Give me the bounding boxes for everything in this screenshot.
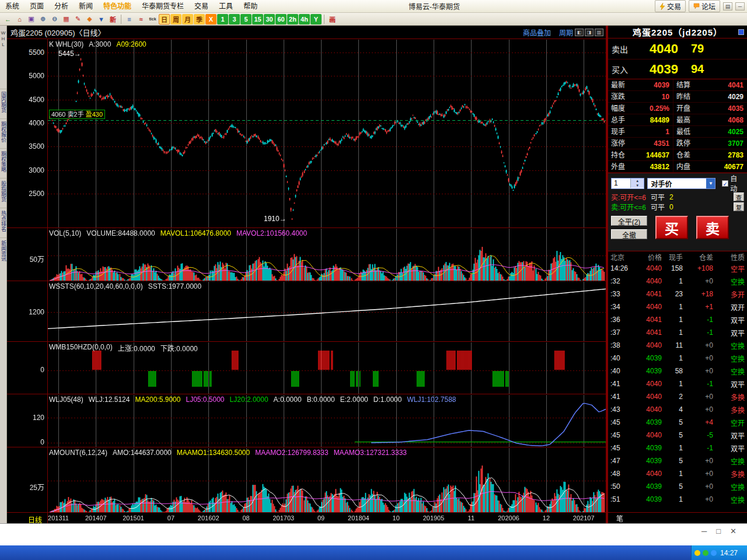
- tick-row[interactable]: :4540405-5双平: [608, 429, 747, 442]
- ask-row[interactable]: 卖出 4040 79: [608, 38, 747, 60]
- cancel-all-button[interactable]: 全撤: [611, 229, 647, 239]
- toolbar-period-30m-button[interactable]: 30: [264, 14, 275, 24]
- x-axis: 日线 2013112014072015010720160208201703092…: [7, 512, 606, 523]
- tick-row[interactable]: :33404123+18多开: [608, 288, 747, 300]
- stepper-arrows-icon[interactable]: ▲▼: [628, 178, 644, 188]
- sidebar-tab-国内期货[interactable]: 国内期货: [0, 89, 6, 113]
- pane-left-icon[interactable]: ◧: [575, 29, 584, 36]
- toolbar-period-1m-button[interactable]: 1: [217, 14, 228, 24]
- tray-warning-icon[interactable]: [694, 550, 700, 556]
- x-axis-label: 201311: [48, 514, 69, 522]
- tick-cell: 空换: [715, 354, 747, 363]
- toolbar-period-2h-button[interactable]: 2h: [287, 14, 298, 24]
- buy-button[interactable]: 买: [655, 216, 688, 239]
- toolbar-period-4h-button[interactable]: 4h: [299, 14, 310, 24]
- menu-item-特色功能[interactable]: 特色功能: [98, 0, 137, 13]
- toolbar-tick-icon[interactable]: tick: [147, 14, 158, 24]
- auto-checkbox[interactable]: ✓ 自动: [722, 173, 744, 193]
- tick-row[interactable]: :4540391-1双平: [608, 442, 747, 454]
- sidebar-tab-热点排名[interactable]: 热点排名: [0, 208, 6, 232]
- toolbar-period-60m-button[interactable]: 60: [275, 14, 287, 24]
- wssts-canvas[interactable]: [48, 282, 606, 342]
- toolbar-paint-icon[interactable]: 画: [327, 14, 338, 24]
- overlay-link[interactable]: 商品叠加: [523, 27, 551, 37]
- toolbar-period-5m-button[interactable]: 5: [240, 14, 252, 24]
- toolbar-new-icon[interactable]: 新: [107, 14, 118, 24]
- toolbar-funnel-icon[interactable]: ▼: [96, 14, 107, 24]
- tick-row[interactable]: 14:264040158+108空平: [608, 262, 747, 275]
- close-all-button[interactable]: 全平(2): [611, 216, 647, 226]
- toolbar-layout-icon[interactable]: ▦: [61, 14, 72, 24]
- tick-row[interactable]: :4840401+0多换: [608, 467, 747, 480]
- pane-grid-icon[interactable]: ▥: [595, 29, 603, 36]
- menu-item-分析[interactable]: 分析: [49, 0, 74, 13]
- sidebar-tab-股指期货[interactable]: 股指期货: [0, 178, 6, 202]
- menu-item-交易[interactable]: 交易: [189, 0, 214, 13]
- taskbar[interactable]: 14:27: [0, 545, 747, 560]
- toolbar-grid-icon[interactable]: ▣: [26, 14, 37, 24]
- tick-row[interactable]: :38404011+0空换: [608, 339, 747, 352]
- tick-row[interactable]: :5040395+0空换: [608, 480, 747, 493]
- tick-tab-bi[interactable]: 笔: [616, 513, 623, 523]
- tick-row[interactable]: :3740411-1双平: [608, 326, 747, 339]
- tick-row[interactable]: :4540395+4空开: [608, 416, 747, 429]
- menu-item-新闻[interactable]: 新闻: [74, 0, 98, 13]
- menu-item-华泰期货专栏[interactable]: 华泰期货专栏: [137, 0, 189, 13]
- tick-row[interactable]: :5140391+0空换: [608, 493, 747, 506]
- tick-cell: 4040: [635, 303, 664, 311]
- toolbar-list-icon[interactable]: ≡: [124, 14, 135, 24]
- toolbar-zoom-in-icon[interactable]: ⊕: [37, 14, 48, 24]
- tick-row[interactable]: :3440401+1双开: [608, 300, 747, 313]
- amount-canvas[interactable]: [48, 448, 606, 513]
- toolbar-period-15m-button[interactable]: 15: [252, 14, 263, 24]
- dock-close-icon[interactable]: ✕: [730, 527, 736, 536]
- toolbar-period-year-button[interactable]: Y: [310, 14, 322, 24]
- toolbar-brush-icon[interactable]: ◆: [84, 14, 95, 24]
- query-button[interactable]: 查: [734, 192, 744, 201]
- pane-right-icon[interactable]: ◨: [585, 29, 594, 36]
- sidebar-tab-期权报价[interactable]: 期权报价: [0, 118, 6, 142]
- sidebar-tab-新闻资讯[interactable]: 新闻资讯: [0, 237, 6, 261]
- panel-blue-icon[interactable]: [738, 29, 744, 35]
- tick-row[interactable]: :4040391+0空换: [608, 352, 747, 365]
- tray-blue-icon[interactable]: [711, 550, 717, 556]
- toolbar-period-season-button[interactable]: 季: [194, 14, 205, 24]
- tick-row[interactable]: :3240401+0空换: [608, 275, 747, 288]
- period-link[interactable]: 周期: [559, 27, 573, 37]
- minimize-icon[interactable]: ─: [735, 2, 745, 10]
- menu-item-页面[interactable]: 页面: [25, 0, 49, 13]
- tick-row[interactable]: :40403958+0空换: [608, 365, 747, 377]
- reset-button[interactable]: 复: [734, 202, 744, 211]
- toolbar-back-icon[interactable]: ←: [2, 14, 13, 24]
- toolbar-home-icon[interactable]: ⌂: [14, 14, 25, 24]
- forum-button[interactable]: 论坛: [689, 0, 720, 12]
- toolbar-zoom-out-icon[interactable]: ⊖: [49, 14, 60, 24]
- bid-row[interactable]: 买入 4039 94: [608, 60, 747, 79]
- toolbar-pencil-icon[interactable]: ✎: [72, 14, 83, 24]
- sidebar-tab-期权策略[interactable]: 期权策略: [0, 148, 6, 172]
- toolbar-wave-icon[interactable]: ≈: [135, 14, 146, 24]
- toolbar-period-x-button[interactable]: X: [205, 14, 217, 24]
- toolbar-period-day-button[interactable]: 日: [159, 14, 170, 24]
- toolbar-period-month-button[interactable]: 月: [182, 14, 193, 24]
- tick-row[interactable]: :4740395+0空换: [608, 454, 747, 467]
- menu-item-帮助[interactable]: 帮助: [238, 0, 263, 13]
- menu-item-工具[interactable]: 工具: [214, 0, 238, 13]
- toolbar-period-week-button[interactable]: 周: [170, 14, 181, 24]
- tick-row[interactable]: :4340404+0多换: [608, 403, 747, 416]
- dock-maximize-icon[interactable]: □: [716, 527, 721, 536]
- sell-button[interactable]: 卖: [696, 216, 729, 239]
- tick-row[interactable]: :3640411-1双平: [608, 313, 747, 326]
- quantity-stepper[interactable]: 1 ▲▼: [611, 178, 644, 189]
- toolbar-period-3m-button[interactable]: 3: [229, 14, 240, 24]
- tick-row[interactable]: :4140402+0多换: [608, 390, 747, 403]
- menu-item-系统[interactable]: 系统: [0, 0, 25, 13]
- price-mode-select[interactable]: 对手价 ▼: [647, 178, 715, 189]
- dock-minimize-icon[interactable]: ─: [701, 527, 707, 536]
- trade-button[interactable]: 交易: [655, 0, 686, 12]
- tick-row[interactable]: :4140401-1双平: [608, 377, 747, 390]
- main-chart-canvas[interactable]: [48, 40, 606, 228]
- tray-green-icon[interactable]: [703, 550, 708, 556]
- panel-toggle-icon[interactable]: ▤: [723, 2, 732, 10]
- taskbar-clock[interactable]: 14:27: [720, 549, 738, 557]
